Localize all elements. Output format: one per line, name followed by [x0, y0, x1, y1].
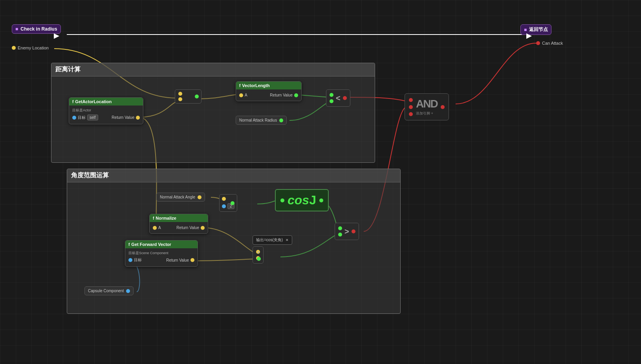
normalize-header: Normalize [156, 216, 176, 220]
subtract-out-pin[interactable] [195, 95, 199, 98]
return-node: ■ 返回节点 [520, 24, 551, 35]
purple-icon: ■ [15, 26, 18, 32]
get-actor-location-header: GetActorLocation [75, 99, 112, 104]
and-node: AND 添加引脚 + [405, 93, 449, 120]
and-out[interactable] [441, 105, 445, 109]
get-forward-vector-node: f Get Forward Vector 目标是Scene Component … [125, 240, 198, 267]
get-actor-location-node: f GetActorLocation 目标是Actor 目标 self Retu… [69, 97, 143, 124]
cos-in[interactable] [280, 198, 284, 202]
lt-in1[interactable] [330, 93, 333, 97]
vector-a-label: A [245, 93, 247, 97]
capsule-component-node: Capsule Component [84, 286, 134, 295]
check-in-radius-node: ■ Check in Radius [12, 24, 61, 34]
vector-return-label: Return Value [270, 93, 293, 97]
forward-return-label: Return Value [166, 258, 189, 262]
dot-product-node: • [253, 246, 264, 264]
and-label: AND [416, 98, 438, 110]
normal-attack-angle-pin[interactable] [198, 195, 201, 199]
norm-a-pin[interactable] [153, 226, 157, 230]
and-in3[interactable] [409, 112, 413, 116]
cos-out[interactable] [319, 198, 323, 202]
normal-attack-radius-node: Normal Attack Radius [236, 116, 287, 125]
can-attack-label: Can Attack [542, 41, 563, 46]
less-than-symbol: < [336, 94, 341, 103]
and-add-pin[interactable]: 添加引脚 + [416, 111, 438, 116]
angle-comment-label: 角度范围运算 [67, 169, 400, 182]
normal-attack-radius-pin[interactable] [279, 118, 283, 122]
subtract-pin2[interactable] [178, 97, 182, 101]
get-actor-sub: 目标是Actor [72, 108, 140, 113]
normal-attack-angle-node: Normal Attack Angle [156, 193, 205, 202]
and-in1[interactable] [409, 98, 413, 102]
return-purple-icon: ■ [524, 27, 527, 33]
normal-attack-angle-label: Normal Attack Angle [160, 195, 195, 199]
get-forward-sub: 目标是Scene Component [128, 251, 194, 256]
vector-length-node: f VectorLength A Return Value [236, 81, 302, 101]
output-label: 输出=cos(夹角) ✕ [253, 235, 292, 245]
enemy-location-label: Enemy Location [18, 46, 49, 50]
vector-a-pin[interactable] [239, 93, 243, 97]
output-label-close[interactable]: ✕ [286, 238, 289, 242]
enemy-location-pin[interactable] [12, 46, 16, 50]
actor-return-pin[interactable] [136, 116, 140, 120]
div-out[interactable] [231, 201, 234, 205]
gt-out[interactable] [352, 229, 355, 233]
greater-than-symbol: > [344, 227, 349, 236]
normal-attack-radius-label: Normal Attack Radius [239, 118, 277, 122]
subtract-node [175, 89, 201, 104]
can-attack-row: Can Attack [536, 41, 563, 46]
div-in2-indicator [222, 204, 226, 208]
lt-out[interactable] [343, 96, 347, 100]
capsule-label: Capsule Component [88, 289, 124, 293]
gt-in2[interactable] [338, 233, 342, 237]
norm-return-pin[interactable] [201, 226, 205, 230]
vector-return-pin[interactable] [294, 93, 298, 97]
self-badge: self [87, 115, 98, 120]
return-node-label: 返回节点 [529, 26, 548, 33]
dot-out[interactable] [257, 257, 261, 261]
greater-than-node: > [335, 223, 359, 240]
capsule-pin[interactable] [126, 289, 130, 293]
forward-target-pin[interactable] [128, 258, 132, 262]
cos-label: cosJ [288, 193, 316, 207]
norm-return-label: Return Value [176, 226, 199, 230]
distance-comment-label: 距离计算 [51, 63, 375, 76]
enemy-location-row: Enemy Location [12, 46, 49, 50]
return-value-label: Return Value [112, 115, 134, 120]
check-in-radius-label: Check in Radius [20, 26, 57, 32]
forward-return-pin[interactable] [190, 258, 194, 262]
subtract-pin1[interactable] [178, 92, 182, 96]
get-forward-header: Get Forward Vector [131, 242, 171, 247]
normalize-node: f Normalize A Return Value [149, 214, 208, 234]
div-in1[interactable] [222, 197, 226, 201]
can-attack-pin[interactable] [536, 41, 540, 45]
cos-node: cosJ [275, 189, 329, 211]
norm-a-label: A [158, 226, 161, 230]
divide-node: 2 [219, 194, 237, 212]
dot-symbol: • [258, 249, 260, 255]
gt-in1[interactable] [338, 226, 342, 230]
actor-location-target-pin[interactable] [72, 116, 76, 120]
forward-target-label: 目标 [134, 257, 142, 263]
and-in2[interactable] [409, 105, 413, 109]
exec-out-pin[interactable] [54, 33, 59, 39]
lt-in2[interactable] [330, 99, 333, 103]
target-label: 目标 [78, 115, 86, 120]
output-label-text: 输出=cos(夹角) [256, 238, 283, 242]
less-than-node: < [326, 89, 350, 107]
vector-length-header: VectorLength [242, 83, 269, 88]
